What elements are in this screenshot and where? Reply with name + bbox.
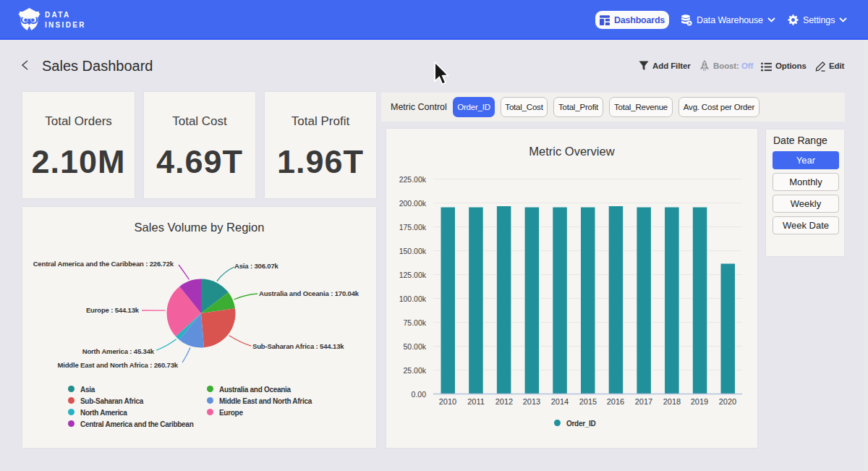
svg-text:A: A [688, 21, 691, 25]
